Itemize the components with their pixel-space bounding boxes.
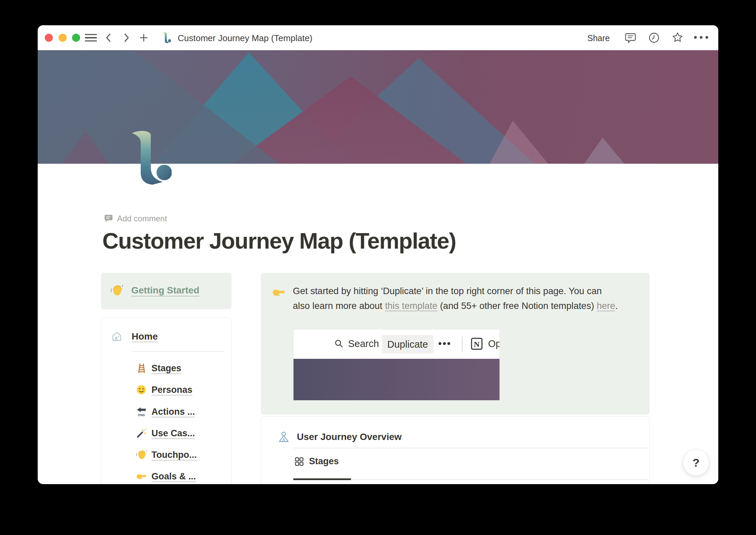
end-arrow-emoji-icon: END [136,406,147,417]
comment-bubble-icon [104,214,113,223]
getting-started-link[interactable]: Getting Started [131,285,199,296]
callout-line2-before: also learn more about [293,301,385,311]
callout-line2-end: . [615,301,618,311]
person-triangle-icon [277,431,290,443]
point-right-emoji-icon [272,286,285,298]
embed-duplicate-button: Duplicate [382,335,434,353]
window-title: Customer Journey Map (Template) [178,33,312,43]
embed-toolbar-image: Search Duplicate ••• N Op [294,329,500,359]
embed-search-label: Search [348,338,379,349]
tab-bar-line [351,479,648,480]
wave-emoji-icon [110,284,123,297]
notion-letter: N [474,340,480,349]
page-link-goals[interactable]: Goals & ... [136,470,196,483]
divider [462,337,462,352]
divider [133,351,224,352]
help-button[interactable]: ? [683,449,709,476]
instruction-callout: Get started by hitting ‘Duplicate’ in th… [261,273,650,414]
link-this-template[interactable]: this template [385,301,438,311]
embed-more-dots: ••• [438,338,451,349]
workspace-logo [131,129,172,185]
gallery-grid-icon [294,457,304,467]
help-label: ? [693,456,700,469]
embed-open-label: Op [488,338,500,349]
getting-started-callout: Getting Started [101,273,232,309]
traffic-light-minimize[interactable] [59,34,67,42]
smiley-emoji-icon [136,384,147,395]
tab-stages[interactable]: Stages [294,456,339,467]
wave-emoji-icon [136,449,147,460]
overview-header[interactable]: User Journey Overview [277,431,402,443]
callout-text: Get started by hitting ‘Duplicate’ in th… [293,284,640,313]
page-link-label: Touchpo... [151,450,197,460]
share-button[interactable]: Share [587,33,610,43]
titlebar: Customer Journey Map (Template) Share [38,25,718,50]
callout-line2-middle: (and 55+ other free Notion templates) [438,301,597,311]
forward-icon[interactable] [121,33,131,43]
ladder-emoji-icon [136,363,147,374]
page-link-label: Personas [151,385,193,395]
add-comment-button[interactable]: Add comment [104,214,167,223]
traffic-light-close[interactable] [45,34,53,42]
point-right-emoji-icon [136,471,147,482]
tab-stages-label: Stages [309,456,339,467]
new-tab-plus-icon[interactable] [139,33,149,43]
more-options-icon[interactable] [694,36,709,39]
screenshot-embed[interactable]: Search Duplicate ••• N Op [294,329,500,400]
end-caption: END [138,413,145,417]
home-card: Home Stages Personas [101,317,232,484]
active-tab-underline [293,478,351,480]
overview-title: User Journey Overview [297,432,402,442]
magic-wand-emoji-icon [136,428,147,439]
page-link-label: Goals & ... [151,471,196,482]
notion-window: Customer Journey Map (Template) Share [38,25,718,484]
page-icon-logo [163,32,171,43]
traffic-light-zoom[interactable] [72,34,80,42]
page-link-label: Use Cas... [151,428,195,439]
page-link-touchpoints[interactable]: Touchpo... [136,448,197,462]
page-link-actions[interactable]: END Actions ... [136,405,195,418]
callout-line1: Get started by hitting ‘Duplicate’ in th… [293,286,602,296]
embed-duplicate-label: Duplicate [387,339,428,350]
page-title[interactable]: Customer Journey Map (Template) [102,228,456,254]
divider [294,448,648,448]
page-link-label: Stages [151,363,181,374]
page-link-label: Actions ... [151,407,195,417]
home-link-row[interactable]: Home [111,331,158,343]
sidebar-toggle-icon[interactable] [85,34,97,41]
updates-clock-icon[interactable] [648,32,660,43]
page-link-stages[interactable]: Stages [136,361,181,375]
page-link-personas[interactable]: Personas [136,383,193,397]
notion-logo-icon: N [470,337,484,351]
link-here[interactable]: here [597,301,615,311]
search-icon [334,339,344,349]
back-icon[interactable] [104,33,114,43]
home-icon [111,331,123,343]
favorite-star-icon[interactable] [672,32,683,43]
user-journey-overview-card: User Journey Overview Stages [261,416,650,484]
page-link-use-cases[interactable]: Use Cas... [136,427,195,440]
add-comment-label: Add comment [117,214,167,223]
home-link-label: Home [132,331,158,342]
comments-icon[interactable] [625,32,636,43]
embed-cover-image [294,359,500,400]
